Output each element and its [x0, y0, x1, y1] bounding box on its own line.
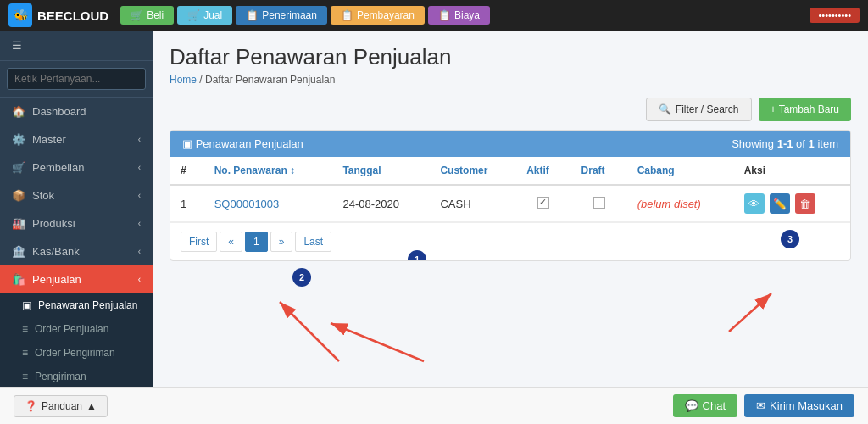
doc-icon: ▣	[22, 299, 31, 311]
factory-icon: 🏭	[12, 217, 25, 230]
annotation-3: 3	[781, 230, 799, 248]
toolbar: 🔍 Filter / Search + Tambah Baru	[170, 98, 851, 121]
pagination-prev-button[interactable]: «	[220, 232, 242, 252]
sidebar-item-stok[interactable]: 📦 Stok ‹	[0, 181, 153, 209]
sidebar-item-master[interactable]: ⚙️ Master ‹	[0, 126, 153, 153]
search-icon: 🔍	[659, 103, 671, 115]
nav-penerimaan-button[interactable]: 📋 Penerimaan	[236, 6, 327, 25]
sidebar-item-pembelian[interactable]: 🛒 Pembelian ‹	[0, 153, 153, 181]
col-cabang[interactable]: Cabang	[627, 157, 734, 185]
delete-button[interactable]: 🗑	[795, 193, 815, 214]
cart-icon: 🛒	[12, 161, 25, 174]
main-layout: ☰ 🏠 Dashboard ⚙️ Master ‹ 🛒 Pembelian ‹ …	[0, 31, 868, 387]
doc-icon: 📋	[246, 9, 259, 21]
app-name: BEECLOUD	[37, 8, 108, 23]
sidebar-item-order-pengiriman[interactable]: ≡ Order Pengiriman	[0, 341, 153, 365]
view-button[interactable]: 👁	[744, 193, 765, 214]
nav-pembayaran-button[interactable]: 📋 Pembayaran	[331, 6, 425, 25]
cell-no: 1	[170, 185, 204, 222]
col-no: #	[170, 157, 204, 185]
doc-icon: 📋	[341, 9, 353, 21]
aktif-checkbox[interactable]	[537, 197, 549, 209]
pagination-page-1-button[interactable]: 1	[245, 232, 268, 252]
annotation-1: 1	[408, 250, 426, 261]
sidebar-item-produksi[interactable]: 🏭 Produksi ‹	[0, 209, 153, 237]
breadcrumb-current: Daftar Penawaran Penjualan	[205, 74, 335, 86]
content-area: Daftar Penawaran Penjualan Home / Daftar…	[153, 31, 868, 387]
cart-icon: 🛒	[187, 9, 200, 21]
list-icon: ≡	[22, 347, 28, 359]
cell-draft	[571, 185, 627, 222]
cell-tanggal: 24-08-2020	[332, 185, 430, 222]
col-no-penawaran[interactable]: No. Penawaran ↕	[204, 157, 333, 185]
svg-line-3	[729, 293, 771, 332]
list-icon: ≡	[22, 323, 28, 335]
gear-icon: ⚙️	[12, 133, 25, 146]
chevron-right-icon: ‹	[138, 135, 141, 144]
col-aksi: Aksi	[734, 157, 850, 185]
svg-line-2	[280, 302, 339, 361]
panduan-button[interactable]: ❓ Panduan ▲	[14, 395, 108, 417]
action-icons: 👁 ✏️ 🗑	[744, 193, 840, 214]
chevron-left-icon: ‹	[138, 275, 141, 284]
sidebar-item-pengiriman[interactable]: ≡ Pengiriman	[0, 365, 153, 387]
sidebar-item-dashboard[interactable]: 🏠 Dashboard	[0, 98, 153, 126]
bottom-bar: ❓ Panduan ▲ 💬 Chat ✉ Kirim Masukan	[0, 387, 868, 424]
cell-aksi: 👁 ✏️ 🗑	[734, 185, 850, 222]
bottom-right-buttons: 💬 Chat ✉ Kirim Masukan	[673, 394, 854, 417]
hamburger-menu[interactable]: ☰	[0, 31, 153, 61]
box-icon: 📦	[12, 189, 25, 202]
logo-icon: 🐝	[8, 3, 32, 27]
user-box: ••••••••••	[810, 8, 860, 23]
sidebar-item-order-penjualan[interactable]: ≡ Order Penjualan	[0, 317, 153, 341]
list-icon: ≡	[22, 371, 28, 382]
shopping-icon: 🛍️	[12, 273, 25, 286]
table-header-row: # No. Penawaran ↕ Tanggal Customer Aktif…	[170, 157, 850, 185]
col-aktif[interactable]: Aktif	[516, 157, 570, 185]
cell-cabang: (belum diset)	[627, 185, 734, 222]
page-title: Daftar Penawaran Penjualan	[170, 44, 851, 70]
chevron-right-icon: ‹	[138, 163, 141, 172]
table-header-title: ▣ Penawaran Penjualan	[182, 137, 303, 150]
no-penawaran-link[interactable]: SQ00001003	[214, 198, 280, 210]
home-icon: 🏠	[12, 105, 25, 118]
col-tanggal[interactable]: Tanggal	[332, 157, 430, 185]
sidebar: ☰ 🏠 Dashboard ⚙️ Master ‹ 🛒 Pembelian ‹ …	[0, 31, 153, 387]
table-header: ▣ Penawaran Penjualan Showing 1-1 of 1 i…	[170, 131, 850, 157]
sidebar-item-penjualan[interactable]: 🛍️ Penjualan ‹	[0, 265, 153, 293]
draft-checkbox[interactable]	[593, 197, 605, 209]
chevron-right-icon: ‹	[138, 219, 141, 228]
sidebar-item-kasbank[interactable]: 🏦 Kas/Bank ‹	[0, 237, 153, 265]
sidebar-submenu-penjualan: ▣ Penawaran Penjualan ≡ Order Penjualan …	[0, 293, 153, 387]
filter-search-button[interactable]: 🔍 Filter / Search	[646, 98, 752, 121]
question-icon: ❓	[25, 400, 37, 412]
breadcrumb-home-link[interactable]: Home	[170, 74, 197, 86]
table-row: 1 SQ00001003 24-08-2020 CASH	[170, 185, 850, 222]
chat-icon: 💬	[685, 399, 698, 412]
send-icon: ✉	[756, 399, 765, 412]
annotation-2: 2	[292, 268, 311, 287]
bank-icon: 🏦	[12, 245, 25, 258]
nav-jual-button[interactable]: 🛒 Jual	[177, 6, 232, 25]
tambah-baru-button[interactable]: + Tambah Baru	[759, 98, 852, 121]
pagination-next-button[interactable]: »	[270, 232, 293, 252]
table-card: ▣ Penawaran Penjualan Showing 1-1 of 1 i…	[170, 130, 851, 261]
cell-no-penawaran: SQ00001003	[204, 185, 333, 222]
nav-beli-button[interactable]: 🛒 Beli	[120, 6, 174, 25]
pagination-first-button[interactable]: First	[181, 232, 217, 252]
col-draft[interactable]: Draft	[571, 157, 627, 185]
cell-customer: CASH	[430, 185, 516, 222]
nav-biaya-button[interactable]: 📋 Biaya	[428, 6, 490, 25]
chat-button[interactable]: 💬 Chat	[673, 394, 737, 417]
kirim-masukan-button[interactable]: ✉ Kirim Masukan	[744, 394, 854, 417]
pagination-last-button[interactable]: Last	[295, 232, 331, 252]
edit-button[interactable]: ✏️	[770, 193, 790, 214]
col-customer[interactable]: Customer	[430, 157, 516, 185]
cart-icon: 🛒	[131, 9, 143, 21]
sidebar-item-penawaran-penjualan[interactable]: ▣ Penawaran Penjualan	[0, 293, 153, 317]
sidebar-search-input[interactable]	[7, 68, 146, 90]
chevron-right-icon: ‹	[138, 247, 141, 256]
cell-aktif	[516, 185, 570, 222]
sidebar-search-container	[0, 61, 153, 98]
doc-icon: 📋	[438, 9, 451, 21]
